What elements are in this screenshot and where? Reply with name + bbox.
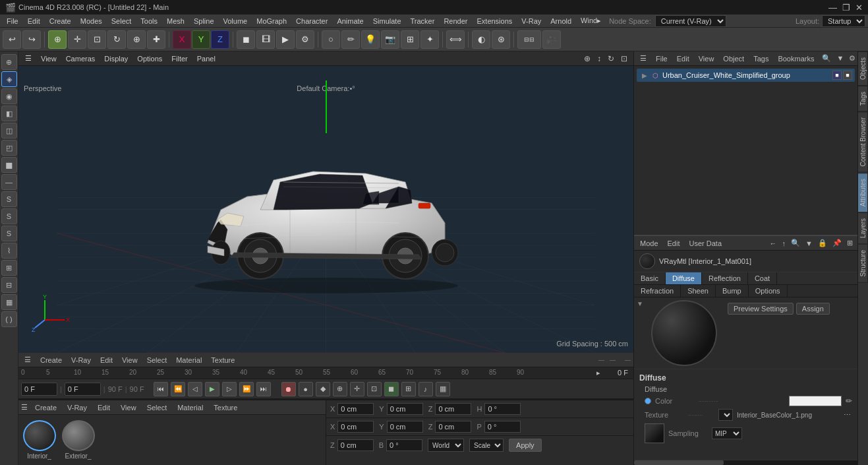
close-btn[interactable]: ✕	[855, 3, 863, 13]
mat-select[interactable]: Select	[144, 403, 171, 412]
attr-tab-reflection[interactable]: Reflection	[702, 272, 748, 284]
mat-material[interactable]: Material	[174, 403, 206, 412]
menu-arnold[interactable]: Arnold	[546, 16, 575, 26]
title-bar-controls[interactable]: — ❐ ✕	[828, 3, 863, 13]
color-swatch[interactable]	[789, 396, 842, 406]
scale-dropdown[interactable]: Scale	[469, 439, 504, 452]
attr-expand-icon[interactable]: ⊞	[845, 238, 855, 248]
obj-view[interactable]: View	[695, 54, 718, 63]
vp-panel[interactable]: Panel	[194, 54, 218, 63]
attr-mode[interactable]: Mode	[637, 239, 662, 248]
grid-btn[interactable]: ⊟⊟	[517, 30, 541, 49]
cube-btn[interactable]: ◼	[237, 30, 255, 49]
texture-browse-icon[interactable]: ⋯	[842, 410, 852, 420]
left-icon-9[interactable]: S	[1, 208, 17, 224]
sphere-btn[interactable]: ○	[322, 30, 340, 49]
tl-menu-icon[interactable]: ☰	[21, 355, 34, 365]
left-icon-3[interactable]: ◉	[1, 88, 17, 104]
menu-create[interactable]: Create	[45, 16, 75, 26]
particle-btn[interactable]: ✦	[420, 30, 439, 49]
mirror-btn[interactable]: ⟺	[446, 30, 465, 49]
vp-icon-2[interactable]: ↕	[595, 53, 603, 64]
layout-dropdown[interactable]: Startup	[822, 15, 865, 27]
vp-view[interactable]: View	[38, 54, 59, 63]
current-frame-input[interactable]	[21, 383, 57, 396]
obj-object[interactable]: Object	[720, 54, 747, 63]
object-group-item[interactable]: ▶ ⬡ Urban_Cruiser_White_Simplified_group…	[637, 69, 855, 82]
menu-modes[interactable]: Modes	[76, 16, 106, 26]
preview-collapse-icon[interactable]: ▼	[637, 300, 643, 307]
menu-animate[interactable]: Animate	[333, 16, 367, 26]
vtab-attributes[interactable]: Attributes	[858, 173, 868, 212]
vp-icon-4[interactable]: ⊡	[619, 53, 629, 64]
tl-texture[interactable]: Texture	[208, 356, 238, 365]
left-icon-5[interactable]: ◫	[1, 123, 17, 139]
menu-select[interactable]: Select	[107, 16, 136, 26]
vp-filter[interactable]: Filter	[169, 54, 190, 63]
motion-btn[interactable]: ⊕	[333, 382, 347, 396]
h-input[interactable]	[484, 403, 521, 415]
menu-tools[interactable]: Tools	[136, 16, 161, 26]
preview-settings-btn[interactable]: Preview Settings	[728, 303, 794, 315]
record-btn[interactable]: ⏺	[281, 382, 296, 396]
attr-tab-diffuse[interactable]: Diffuse	[666, 272, 702, 284]
deform-btn[interactable]: ⊞	[401, 30, 419, 49]
vp-menu-icon[interactable]: ☰	[22, 53, 34, 63]
z3-input[interactable]	[337, 439, 374, 451]
y-scale-input[interactable]	[387, 421, 423, 433]
left-icon-14[interactable]: ▦	[1, 294, 17, 310]
prev-key-btn[interactable]: ◁	[188, 382, 202, 396]
left-icon-11[interactable]: ⌇	[1, 243, 17, 259]
apply-button[interactable]: Apply	[509, 439, 542, 452]
attr-tab-coat[interactable]: Coat	[748, 272, 777, 284]
undo-btn[interactable]: ↩	[3, 30, 21, 49]
menu-vray[interactable]: V-Ray	[517, 16, 545, 26]
start-frame-input[interactable]	[65, 383, 101, 396]
mat-texture[interactable]: Texture	[210, 403, 241, 412]
vp-icon-3[interactable]: ↻	[606, 53, 616, 64]
menu-wind[interactable]: Wind▸	[577, 15, 605, 26]
maximize-btn[interactable]: ❐	[842, 3, 850, 13]
sampling-dropdown[interactable]: MIP None	[712, 427, 742, 439]
film2-btn[interactable]: ▦	[436, 382, 450, 396]
attr-pin-icon[interactable]: 📌	[830, 238, 844, 248]
select-mode-btn[interactable]: ⊕	[48, 30, 67, 49]
material-exterior[interactable]: Exterior_	[60, 420, 96, 460]
scale-btn[interactable]: ⊡	[88, 30, 106, 49]
menu-tracker[interactable]: Tracker	[407, 16, 439, 26]
left-icon-cube[interactable]: ◼	[1, 157, 17, 173]
z-pos-input[interactable]	[435, 403, 471, 415]
vp-icon-1[interactable]: ⊕	[582, 53, 593, 64]
material-interior[interactable]: Interior_	[21, 420, 57, 460]
vtab-structure[interactable]: Structure	[858, 244, 868, 283]
color-radio[interactable]	[645, 398, 651, 404]
mat-view[interactable]: View	[117, 403, 140, 412]
vp-cameras[interactable]: Cameras	[63, 54, 98, 63]
left-icon-4[interactable]: ◧	[1, 106, 17, 121]
menu-file[interactable]: File	[3, 16, 22, 26]
z-constraint-btn[interactable]: Z	[211, 30, 229, 49]
redo-btn[interactable]: ↪	[22, 30, 41, 49]
attr-edit[interactable]: Edit	[664, 239, 683, 248]
obj-bookmarks[interactable]: Bookmarks	[774, 54, 817, 63]
left-icon-7[interactable]: —	[1, 174, 17, 190]
left-icon-2[interactable]: ◈	[1, 71, 17, 87]
play-btn[interactable]: ▶	[276, 30, 295, 49]
menu-spline[interactable]: Spline	[190, 16, 218, 26]
next-frame-btn[interactable]: ⏩	[239, 382, 254, 396]
menu-edit[interactable]: Edit	[24, 16, 44, 26]
frame-counter-input[interactable]: ▸	[596, 369, 600, 377]
add-btn[interactable]: ✚	[147, 30, 165, 49]
vp-display[interactable]: Display	[101, 54, 130, 63]
menu-extensions[interactable]: Extensions	[473, 16, 516, 26]
auto-key-btn[interactable]: ●	[299, 382, 313, 396]
attr-filter-icon[interactable]: ▼	[803, 239, 815, 248]
tl-vray[interactable]: V-Ray	[68, 356, 94, 365]
left-icon-15[interactable]: ( )	[1, 311, 17, 327]
x-constraint-btn[interactable]: X	[173, 30, 191, 49]
vtab-layers[interactable]: Layers	[858, 212, 868, 244]
x-pos-input[interactable]	[337, 403, 374, 415]
motion2-btn[interactable]: ⊞	[401, 382, 416, 396]
menu-volume[interactable]: Volume	[219, 16, 252, 26]
vp-options[interactable]: Options	[134, 54, 165, 63]
